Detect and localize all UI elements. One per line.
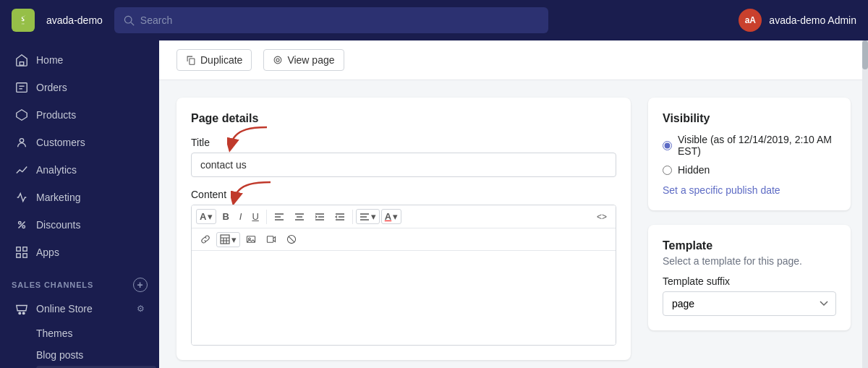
hidden-option[interactable]: Hidden — [663, 164, 836, 176]
visible-option[interactable]: Visible (as of 12/14/2019, 2:10 AM EST) — [663, 134, 836, 157]
online-store-subnav: Themes Blog posts Pages Navigation Domai… — [0, 322, 159, 368]
sidebar-item-orders[interactable]: Orders — [3, 74, 156, 101]
svg-line-1 — [131, 22, 134, 25]
orders-icon — [14, 80, 29, 95]
svg-point-8 — [19, 222, 22, 225]
video-button[interactable] — [262, 231, 281, 247]
apps-icon — [14, 245, 29, 260]
page-details-card: Page details Title Content — [176, 98, 631, 360]
svg-point-0 — [124, 16, 132, 23]
template-suffix-label: Template suffix — [663, 275, 836, 287]
svg-line-10 — [19, 222, 25, 228]
template-suffix-select[interactable]: page contact default — [663, 291, 836, 316]
hidden-label: Hidden — [678, 164, 710, 176]
online-store-left: Online Store — [14, 301, 93, 316]
products-icon — [14, 108, 29, 122]
template-title: Template — [663, 239, 836, 252]
bold-button[interactable]: B — [218, 208, 233, 225]
search-bar[interactable] — [114, 7, 548, 33]
sidebar-item-discounts[interactable]: Discounts — [3, 211, 156, 239]
sidebar-item-products[interactable]: Products — [3, 101, 156, 129]
sidebar-item-analytics[interactable]: Analytics — [3, 156, 156, 184]
customers-icon — [14, 135, 29, 150]
editor-body[interactable] — [192, 251, 616, 345]
editor-toolbar-row1: A ▾ B I U — [192, 205, 616, 228]
svg-rect-3 — [17, 83, 27, 93]
analytics-icon — [14, 163, 29, 177]
indent-button[interactable] — [310, 209, 329, 225]
underline-button[interactable]: U — [247, 208, 263, 225]
visibility-title: Visibility — [663, 112, 836, 125]
format-chevron: ▾ — [208, 211, 213, 222]
home-icon — [14, 53, 29, 67]
block-button[interactable] — [282, 231, 301, 247]
search-input[interactable] — [140, 14, 540, 26]
title-input[interactable] — [191, 153, 616, 177]
sidebar-item-blog-posts[interactable]: Blog posts — [36, 344, 156, 366]
link-button[interactable] — [196, 231, 215, 247]
svg-point-16 — [22, 312, 25, 314]
svg-point-7 — [20, 139, 23, 142]
sidebar-item-online-store[interactable]: Online Store ⚙ — [3, 295, 156, 322]
sidebar-item-home[interactable]: Home — [3, 46, 156, 74]
visible-radio[interactable] — [663, 141, 672, 150]
text-color-label: A — [385, 211, 391, 222]
align-center-icon — [294, 212, 305, 222]
sidebar-analytics-label: Analytics — [36, 164, 77, 176]
sidebar-item-customers[interactable]: Customers — [3, 129, 156, 156]
sidebar: Home Orders Products Customers — [0, 40, 159, 368]
video-icon — [266, 234, 276, 244]
duplicate-button[interactable]: Duplicate — [176, 49, 252, 71]
online-store-label: Online Store — [36, 303, 93, 314]
svg-rect-14 — [23, 254, 27, 257]
image-button[interactable] — [242, 231, 260, 247]
outdent-button[interactable] — [331, 209, 349, 225]
sidebar-item-marketing[interactable]: Marketing — [3, 184, 156, 211]
duplicate-icon — [186, 55, 196, 65]
image-icon — [246, 234, 256, 244]
align-left-button[interactable] — [270, 209, 289, 225]
italic-button[interactable]: I — [235, 208, 247, 225]
sidebar-orders-label: Orders — [36, 82, 67, 93]
sidebar-item-apps[interactable]: Apps — [3, 239, 156, 266]
svg-marker-6 — [17, 110, 27, 120]
search-icon — [123, 14, 135, 26]
shopify-logo — [12, 9, 35, 32]
sidebar-item-themes[interactable]: Themes — [36, 322, 156, 344]
main-content: Duplicate View page Page details Title — [159, 40, 868, 368]
online-store-icon — [14, 301, 29, 316]
align-center-button[interactable] — [290, 209, 309, 225]
table-dropdown[interactable]: ▾ — [216, 232, 240, 247]
source-code-label: <> — [597, 212, 607, 222]
block-icon — [286, 234, 297, 244]
svg-point-18 — [274, 56, 281, 64]
text-align-chevron: ▾ — [371, 211, 376, 222]
table-chevron: ▾ — [231, 234, 237, 245]
view-page-button[interactable]: View page — [263, 49, 344, 71]
top-navigation: avada-demo aA avada-demo Admin — [0, 0, 868, 40]
add-sales-channel-button[interactable]: + — [133, 278, 148, 292]
svg-point-9 — [22, 226, 25, 228]
avatar[interactable]: aA — [739, 9, 762, 32]
publish-date-link[interactable]: Set a specific publish date — [663, 184, 836, 196]
sidebar-products-label: Products — [36, 109, 76, 121]
scrollbar-thumb[interactable] — [862, 40, 868, 69]
text-color-dropdown[interactable]: A ▾ — [381, 209, 401, 224]
visibility-radio-group: Visible (as of 12/14/2019, 2:10 AM EST) … — [663, 134, 836, 176]
svg-rect-42 — [267, 236, 273, 242]
svg-rect-35 — [221, 235, 229, 244]
text-align-dropdown[interactable]: ▾ — [356, 209, 380, 224]
format-dropdown[interactable]: A ▾ — [196, 209, 216, 224]
align-left-icon — [274, 212, 284, 222]
template-description: Select a template for this page. — [663, 255, 836, 267]
scrollbar-track[interactable] — [862, 40, 868, 368]
hidden-radio[interactable] — [663, 166, 672, 175]
toolbar-sep1 — [266, 210, 267, 224]
sales-channels-label: SALES CHANNELS — [12, 281, 93, 289]
source-code-button[interactable]: <> — [592, 209, 611, 225]
editor-toolbar-row2: ▾ — [192, 228, 616, 251]
marketing-icon — [14, 190, 29, 205]
svg-rect-13 — [17, 254, 20, 257]
side-panel: Visibility Visible (as of 12/14/2019, 2:… — [648, 98, 851, 330]
view-page-label: View page — [287, 54, 334, 66]
